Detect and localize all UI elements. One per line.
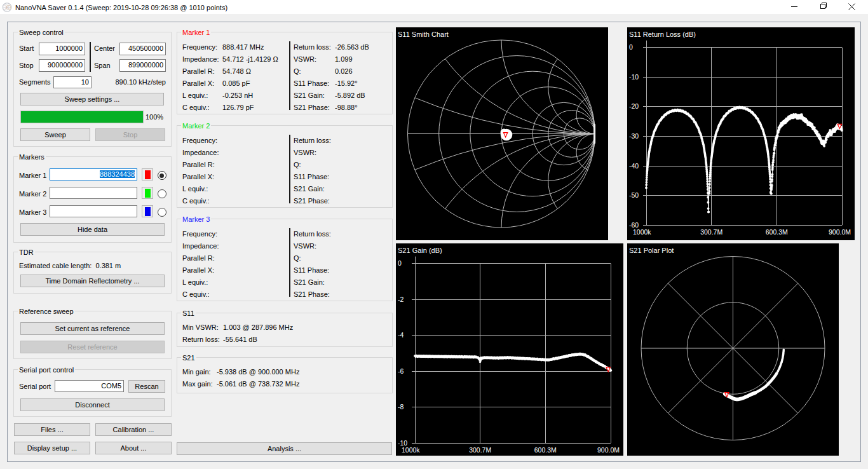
svg-text:-2: -2 [398, 296, 403, 303]
svg-text:1000k: 1000k [633, 228, 651, 236]
svg-text:900.0M: 900.0M [829, 228, 851, 236]
svg-text:0: 0 [629, 43, 633, 51]
svg-text:-20: -20 [629, 102, 639, 110]
svg-text:S11 Return Loss (dB): S11 Return Loss (dB) [629, 31, 696, 38]
svg-text:600.3M: 600.3M [534, 446, 557, 454]
svg-text:S21 Polar Plot: S21 Polar Plot [629, 247, 674, 254]
svg-text:-6: -6 [398, 367, 403, 375]
svg-text:-50: -50 [629, 191, 639, 199]
svg-text:1000k: 1000k [402, 446, 420, 454]
svg-text:-30: -30 [629, 132, 639, 140]
svg-text:-60: -60 [629, 221, 639, 229]
svg-text:-4: -4 [398, 331, 403, 339]
svg-text:S21 Gain (dB): S21 Gain (dB) [398, 247, 442, 254]
svg-text:300.7M: 300.7M [469, 446, 491, 454]
svg-text:0: 0 [398, 259, 402, 267]
svg-text:900.0M: 900.0M [597, 446, 620, 454]
svg-text:-40: -40 [629, 162, 639, 170]
svg-text:300.7M: 300.7M [700, 228, 722, 236]
svg-text:S11 Smith Chart: S11 Smith Chart [398, 31, 449, 38]
svg-text:-10: -10 [629, 73, 639, 81]
svg-text:600.3M: 600.3M [766, 228, 788, 236]
svg-text:-10: -10 [398, 439, 407, 447]
svg-text:-8: -8 [398, 403, 403, 411]
